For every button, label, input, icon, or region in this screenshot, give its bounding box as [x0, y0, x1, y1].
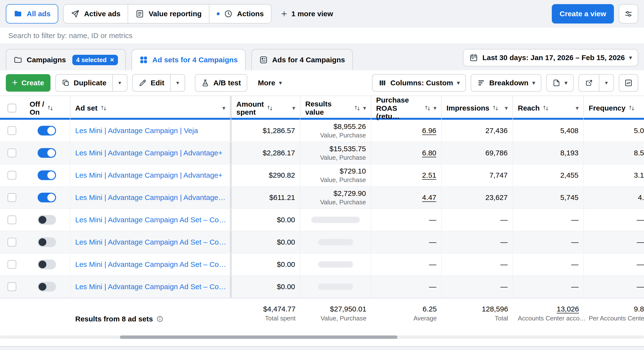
sort-icon[interactable]	[492, 105, 499, 111]
row-toggle[interactable]	[38, 171, 56, 180]
adset-name-link[interactable]: Les Mini | Advantage Campaign | Advantag…	[75, 149, 222, 157]
row-checkbox[interactable]	[8, 171, 16, 179]
tab-ads[interactable]: Ads for 4 Campaigns	[252, 49, 353, 70]
breakdown-icon	[477, 79, 485, 87]
row-checkbox[interactable]	[8, 149, 16, 157]
calendar-icon	[469, 53, 478, 62]
row-checkbox[interactable]	[8, 215, 16, 224]
breakdown-button[interactable]: Breakdown ▾	[471, 74, 541, 92]
create-view-button[interactable]: Create a view	[552, 4, 614, 23]
scrollbar-thumb[interactable]	[120, 336, 398, 339]
view-tab-value-reporting[interactable]: Value reporting	[128, 4, 209, 23]
header-ad-set[interactable]: Ad set ▾	[70, 96, 232, 121]
row-toggle[interactable]	[38, 237, 56, 247]
chart-icon	[624, 79, 633, 87]
row-checkbox[interactable]	[8, 282, 16, 291]
row-checkbox[interactable]	[8, 193, 16, 202]
create-button[interactable]: + Create	[6, 74, 50, 92]
sort-icon[interactable]	[100, 105, 107, 111]
export-menu-button[interactable]: ▾	[599, 75, 614, 91]
row-checkbox[interactable]	[8, 260, 16, 269]
roas-value[interactable]: 2.51	[422, 171, 436, 179]
table-row: Les Mini | Advantage Campaign | Advantag…	[0, 187, 644, 209]
total-reach[interactable]: 13,026	[518, 305, 579, 313]
chevron-down-icon[interactable]: ▾	[505, 105, 508, 111]
chevron-down-icon[interactable]: ▾	[434, 105, 436, 111]
chevron-down-icon: ▾	[629, 55, 632, 60]
tab-campaigns[interactable]: Campaigns 4 selected ×	[6, 49, 126, 70]
export-icon	[585, 79, 593, 87]
impressions-value: 69,786	[485, 149, 508, 157]
table-header: Off /On Ad set ▾ Amountspent ▾ Results v…	[0, 96, 644, 120]
export-button[interactable]	[579, 75, 599, 91]
row-checkbox[interactable]	[8, 238, 16, 246]
ab-test-button[interactable]: A/B test	[195, 74, 247, 92]
duplicate-button[interactable]: Duplicate	[56, 75, 112, 91]
avg-roas-label: Average	[376, 315, 437, 322]
row-toggle[interactable]	[38, 282, 56, 292]
duplicate-menu-button[interactable]: ▾	[112, 75, 127, 91]
horizontal-scrollbar[interactable]	[0, 336, 644, 339]
info-icon[interactable]	[156, 315, 164, 323]
adset-name-link[interactable]: Les Mini | Advantage Campaign | Advantag…	[75, 171, 222, 179]
adset-name-link[interactable]: Les Mini | Advantage Campaign Ad Set – C…	[75, 238, 226, 246]
adset-name-link[interactable]: Les Mini | Advantage Campaign Ad Set – C…	[75, 216, 226, 224]
search-input[interactable]	[7, 31, 637, 40]
chevron-down-icon[interactable]: ▾	[292, 105, 295, 111]
view-settings-button[interactable]	[619, 4, 638, 23]
edit-menu-button[interactable]: ▾	[170, 75, 185, 91]
filter-search-bar	[0, 28, 644, 44]
adset-name-link[interactable]: Les Mini | Advantage Campaign Ad Set – C…	[75, 283, 226, 291]
chevron-down-icon[interactable]: ▾	[222, 105, 225, 111]
roas-value[interactable]: 6.96	[422, 127, 436, 135]
view-tab-active-ads[interactable]: Active ads	[64, 4, 128, 23]
sort-icon[interactable]	[542, 105, 549, 111]
more-views-button[interactable]: 1 more view	[276, 10, 337, 18]
table-row: Les Mini | Advantage Campaign | Veja $1,…	[0, 120, 644, 142]
header-amount-spent[interactable]: Amountspent ▾	[232, 96, 300, 121]
header-label: ROAS (retu…	[376, 104, 422, 121]
view-tab-actions[interactable]: Actions	[210, 4, 271, 23]
edit-button[interactable]: Edit	[133, 75, 170, 91]
sort-icon[interactable]	[628, 105, 635, 111]
header-results-value[interactable]: Results value ▾	[300, 96, 371, 121]
results-sub-label: Value, Purchase	[320, 154, 366, 162]
impressions-value: —	[500, 216, 508, 224]
tab-ad-sets[interactable]: Ad sets for 4 Campaigns	[132, 49, 246, 70]
columns-button[interactable]: Columns: Custom ▾	[372, 74, 466, 92]
document-icon	[552, 79, 561, 87]
sort-icon[interactable]	[424, 105, 431, 111]
row-toggle[interactable]	[38, 148, 56, 158]
sort-icon[interactable]	[267, 105, 273, 111]
adset-name-link[interactable]: Les Mini | Advantage Campaign | Advantag…	[75, 193, 226, 202]
adset-name-link[interactable]: Les Mini | Advantage Campaign Ad Set – C…	[75, 260, 226, 269]
header-label: Purchase	[376, 96, 422, 104]
reports-button[interactable]: ▾	[546, 74, 574, 92]
chevron-down-icon[interactable]: ▾	[363, 105, 366, 111]
view-charts-button[interactable]	[619, 74, 638, 92]
roas-value[interactable]: 4.47	[422, 193, 436, 202]
header-label: Reach	[518, 104, 540, 112]
header-reach[interactable]: Reach ▾	[513, 96, 584, 121]
row-toggle[interactable]	[38, 215, 56, 225]
row-checkbox[interactable]	[8, 126, 16, 135]
row-toggle[interactable]	[38, 260, 56, 269]
header-frequency[interactable]: Frequency	[584, 96, 644, 121]
select-all-checkbox[interactable]	[8, 104, 16, 113]
row-toggle[interactable]	[38, 193, 56, 202]
dismiss-icon[interactable]: ×	[110, 56, 114, 63]
header-off-on[interactable]: Off /On	[24, 96, 70, 121]
adset-name-link[interactable]: Les Mini | Advantage Campaign | Veja	[75, 127, 198, 135]
view-tab-all-ads[interactable]: All ads	[6, 4, 58, 23]
more-button[interactable]: More ▾	[252, 74, 288, 92]
chevron-down-icon[interactable]: ▾	[576, 105, 578, 111]
header-purchase-roas[interactable]: PurchaseROAS (retu… ▾	[371, 96, 442, 121]
roas-value[interactable]: 6.80	[422, 149, 436, 157]
row-toggle[interactable]	[38, 126, 56, 136]
date-range-label: Last 30 days: Jan 17, 2026 – Feb 15, 202…	[482, 54, 625, 62]
date-range-picker[interactable]: Last 30 days: Jan 17, 2026 – Feb 15, 202…	[463, 49, 638, 66]
sort-icon[interactable]	[354, 105, 360, 111]
header-impressions[interactable]: Impressions ▾	[442, 96, 513, 121]
view-tab-group: Active ads Value reporting Actions	[63, 4, 271, 23]
sort-icon[interactable]	[47, 105, 54, 111]
